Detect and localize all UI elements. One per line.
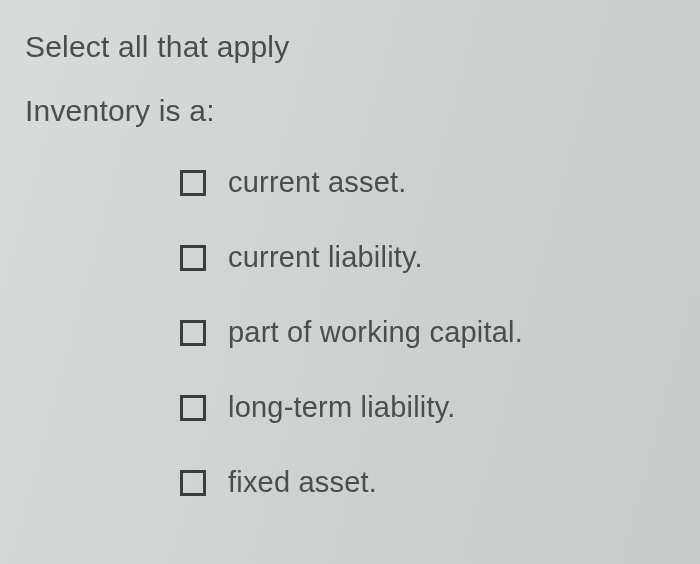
option-current-liability[interactable]: current liability. (180, 241, 680, 274)
option-long-term-liability[interactable]: long-term liability. (180, 391, 680, 424)
option-fixed-asset[interactable]: fixed asset. (180, 466, 680, 499)
option-working-capital[interactable]: part of working capital. (180, 316, 680, 349)
instruction-text: Select all that apply (25, 30, 680, 64)
options-list: current asset. current liability. part o… (25, 166, 680, 499)
option-label: long-term liability. (228, 391, 455, 424)
checkbox-icon[interactable] (180, 170, 206, 196)
checkbox-icon[interactable] (180, 470, 206, 496)
option-label: fixed asset. (228, 466, 377, 499)
option-label: part of working capital. (228, 316, 523, 349)
option-label: current asset. (228, 166, 407, 199)
checkbox-icon[interactable] (180, 245, 206, 271)
option-current-asset[interactable]: current asset. (180, 166, 680, 199)
question-text: Inventory is a: (25, 94, 680, 128)
checkbox-icon[interactable] (180, 395, 206, 421)
option-label: current liability. (228, 241, 423, 274)
checkbox-icon[interactable] (180, 320, 206, 346)
